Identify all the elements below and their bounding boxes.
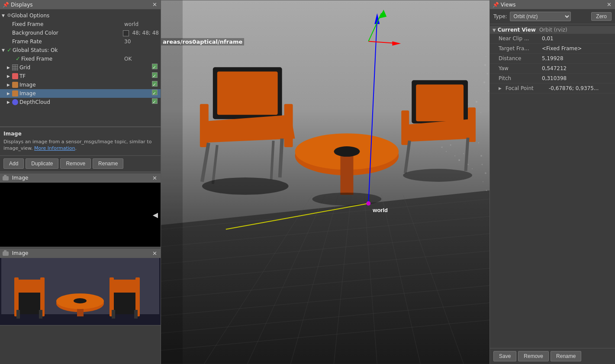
near-clip-property[interactable]: Near Clip ... 0,01 (490, 34, 615, 44)
image-panel-2-title: Image ✕ (0, 249, 161, 258)
frame-rate-value: 30 (124, 38, 159, 45)
tf-checkbox[interactable] (150, 72, 159, 80)
near-clip-value: 0,01 (542, 35, 612, 42)
fixed-frame-row[interactable]: Fixed Frame world (0, 20, 161, 29)
svg-rect-68 (284, 104, 293, 147)
svg-rect-14 (134, 310, 138, 319)
image2-item[interactable]: ▶ Image (0, 89, 161, 98)
views-rename-button[interactable]: Rename (551, 351, 581, 361)
image-content-2 (0, 258, 161, 325)
target-frame-label: Target Fra... (499, 45, 542, 52)
bg-color-row[interactable]: Background Color 48; 48; 48 (0, 29, 161, 37)
scroll-arrow-1[interactable]: ◀ (153, 210, 158, 219)
svg-rect-76 (340, 151, 353, 195)
viewport[interactable]: world areas/ros0aptical/nframe (161, 0, 489, 364)
image1-checkbox[interactable] (150, 81, 159, 89)
image-panel-2-close[interactable]: ✕ (151, 250, 158, 257)
svg-point-57 (446, 151, 447, 152)
3d-scene-svg: world (161, 0, 489, 364)
svg-rect-10 (112, 280, 138, 293)
views-tree: ▼ Current View Orbit (rviz) Near Clip ..… (490, 24, 615, 348)
displays-tree: ▼ ⚙ Global Options Fixed Frame world Bac… (0, 10, 161, 126)
image-panel-2-label: Image (12, 250, 29, 256)
svg-point-96 (486, 190, 487, 191)
distance-property[interactable]: Distance 5,19928 (490, 54, 615, 64)
camera-icon-2 (3, 251, 9, 256)
svg-point-55 (478, 142, 479, 143)
rename-button[interactable]: Rename (93, 158, 123, 169)
global-options-item[interactable]: ▼ ⚙ Global Options (0, 11, 161, 20)
svg-line-70 (280, 139, 282, 177)
svg-point-45 (480, 112, 481, 113)
svg-point-91 (488, 90, 489, 92)
svg-rect-80 (416, 84, 464, 121)
type-label: Type: (493, 13, 507, 19)
status-fixed-frame-row[interactable]: ✓ Fixed Frame OK (0, 55, 161, 63)
views-titlebar-left: 📌 Views (493, 2, 516, 8)
zero-button[interactable]: Zero (591, 12, 612, 21)
topic-label: areas/ros0aptical/nframe (161, 38, 244, 45)
svg-point-89 (487, 73, 488, 74)
displays-panel: 📌 Displays ✕ ▼ ⚙ Global Options Fixed Fr… (0, 0, 161, 127)
image1-icon (12, 82, 18, 88)
image-panel-1-close[interactable]: ✕ (151, 175, 158, 181)
pitch-property[interactable]: Pitch 0,310398 (490, 74, 615, 84)
fixed-frame-label: Fixed Frame (12, 20, 121, 28)
svg-point-95 (483, 181, 483, 182)
image-panel-1-title: Image ✕ (0, 174, 161, 183)
svg-point-94 (485, 172, 486, 174)
focal-point-property[interactable]: ▶ Focal Point -0,67876; 0,9375... (490, 84, 615, 93)
views-titlebar: 📌 Views ✕ (490, 0, 615, 9)
type-select[interactable]: Orbit (rviz) FPS (rviz) TopDownOrtho (rv… (510, 12, 571, 21)
more-info-link[interactable]: More Information (34, 145, 75, 151)
pitch-label: Pitch (499, 74, 542, 82)
depthcloud-item[interactable]: ▶ DepthCloud (0, 98, 161, 106)
frame-rate-row[interactable]: Frame Rate 30 (0, 37, 161, 46)
svg-marker-87 (161, 0, 183, 364)
yaw-property[interactable]: Yaw 0,547212 (490, 64, 615, 74)
collapse-icon: ▼ (493, 28, 496, 32)
views-remove-button[interactable]: Remove (518, 351, 549, 361)
duplicate-button[interactable]: Duplicate (26, 158, 58, 169)
target-frame-value: <Fixed Frame> (542, 45, 612, 52)
views-close-button[interactable]: ✕ (606, 1, 612, 8)
image2-checkbox[interactable] (150, 90, 159, 97)
global-status-row[interactable]: ▼ ✓ Global Status: Ok (0, 46, 161, 55)
svg-point-56 (441, 147, 443, 148)
tf-item[interactable]: ▶ TF (0, 72, 161, 81)
image-content-1: ◀ (0, 183, 161, 247)
svg-rect-8 (39, 310, 42, 319)
depthcloud-label: DepthCloud (19, 98, 150, 106)
image1-item[interactable]: ▶ Image (0, 81, 161, 89)
svg-point-86 (403, 169, 472, 182)
status-fixed-frame-value: OK (124, 55, 159, 63)
tf-icon (12, 73, 18, 79)
left-panel: 📌 Displays ✕ ▼ ⚙ Global Options Fixed Fr… (0, 0, 161, 364)
target-frame-property[interactable]: Target Fra... <Fixed Frame> (490, 44, 615, 54)
right-panel: 📌 Views ✕ Type: Orbit (rviz) FPS (rviz) … (489, 0, 615, 364)
image-thumbnail-svg (0, 258, 161, 325)
frame-rate-label: Frame Rate (12, 38, 121, 45)
svg-point-90 (483, 81, 485, 83)
image-panel-1-label: Image (12, 175, 29, 181)
yaw-value: 0,547212 (542, 64, 612, 72)
displays-close-button[interactable]: ✕ (151, 1, 158, 8)
image1-label: Image (19, 81, 150, 89)
current-view-type: Orbit (rviz) (539, 27, 567, 33)
add-button[interactable]: Add (3, 158, 24, 169)
focal-point-value: -0,67876; 0,9375... (549, 84, 612, 92)
info-desc: Displays an image from a sensor_msgs/Ima… (3, 139, 157, 152)
global-status-label: Global Status: Ok (13, 46, 159, 54)
remove-button[interactable]: Remove (60, 158, 91, 169)
check-icon-2: ✓ (16, 55, 20, 63)
distance-value: 5,19928 (542, 55, 612, 62)
depth-checkbox[interactable] (150, 98, 159, 106)
svg-point-61 (463, 153, 464, 154)
grid-checkbox[interactable] (150, 64, 159, 71)
svg-rect-83 (468, 107, 476, 142)
save-button[interactable]: Save (493, 351, 516, 361)
current-view-header[interactable]: ▼ Current View Orbit (rviz) (490, 26, 615, 34)
action-buttons: Add Duplicate Remove Rename (0, 156, 161, 172)
svg-rect-67 (200, 104, 209, 147)
grid-item[interactable]: ▶ Grid (0, 63, 161, 72)
